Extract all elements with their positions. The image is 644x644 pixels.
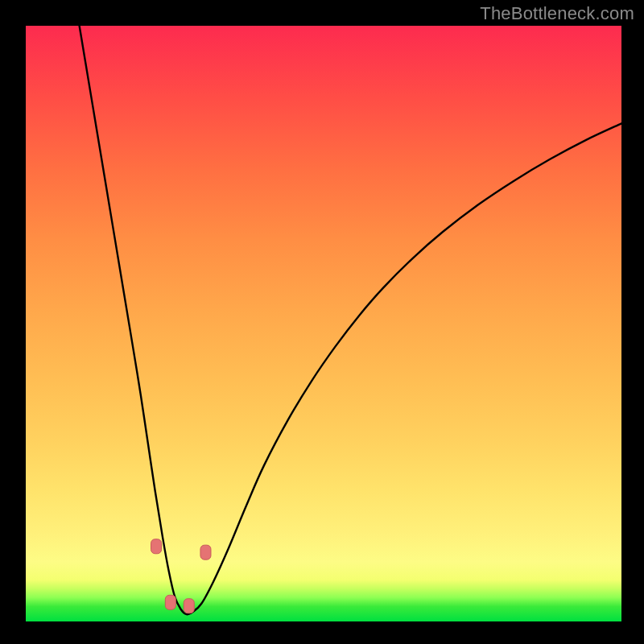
watermark-text: TheBottleneck.com — [480, 3, 634, 24]
curve-marker — [200, 545, 211, 559]
plot-area — [26, 26, 621, 621]
curve-marker — [184, 599, 194, 613]
chart-frame: TheBottleneck.com — [0, 0, 644, 644]
bottleneck-curve — [80, 26, 621, 614]
curve-marker — [151, 539, 162, 554]
curve-marker — [165, 595, 175, 609]
bottleneck-curve-svg — [26, 26, 621, 621]
